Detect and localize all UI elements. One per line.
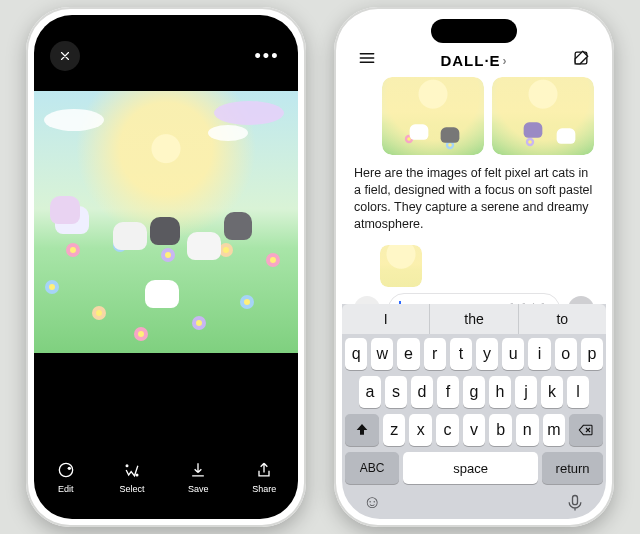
key-g[interactable]: g <box>463 376 485 408</box>
share-label: Share <box>252 484 276 494</box>
key-q[interactable]: q <box>345 338 367 370</box>
save-label: Save <box>188 484 209 494</box>
key-u[interactable]: u <box>502 338 524 370</box>
compose-button[interactable] <box>570 47 592 69</box>
svg-point-2 <box>126 465 128 467</box>
key-s[interactable]: s <box>385 376 407 408</box>
chat-title[interactable]: DALL·E › <box>440 52 507 69</box>
key-r[interactable]: r <box>424 338 446 370</box>
key-f[interactable]: f <box>437 376 459 408</box>
key-o[interactable]: o <box>555 338 577 370</box>
suggestion-1[interactable]: I <box>342 304 430 334</box>
add-attachment-button[interactable]: ＋ <box>354 296 380 305</box>
key-e[interactable]: e <box>397 338 419 370</box>
text-cursor <box>399 301 401 305</box>
notch <box>431 19 517 43</box>
result-thumbnails <box>382 77 594 155</box>
dictation-key[interactable] <box>565 493 585 513</box>
key-m[interactable]: m <box>543 414 566 446</box>
key-c[interactable]: c <box>436 414 459 446</box>
audio-waveform-icon[interactable]: ❙❙∣❙ <box>506 301 549 305</box>
notch <box>123 19 209 43</box>
download-icon <box>188 460 208 480</box>
edit-label: Edit <box>58 484 74 494</box>
input-placeholder: Edit image <box>405 301 466 304</box>
more-button[interactable]: ••• <box>252 41 282 71</box>
select-icon <box>122 460 142 480</box>
key-h[interactable]: h <box>489 376 511 408</box>
svg-point-1 <box>67 467 70 470</box>
key-t[interactable]: t <box>450 338 472 370</box>
menu-button[interactable] <box>356 47 378 69</box>
svg-point-3 <box>136 474 138 476</box>
message-input[interactable]: Edit image ❙❙∣❙ <box>388 293 560 305</box>
send-button[interactable] <box>568 296 594 305</box>
key-j[interactable]: j <box>515 376 537 408</box>
select-label: Select <box>119 484 144 494</box>
result-thumbnail-1[interactable] <box>382 77 484 155</box>
backspace-key[interactable] <box>569 414 603 446</box>
close-button[interactable] <box>50 41 80 71</box>
chevron-right-icon: › <box>503 54 508 68</box>
share-button[interactable]: Share <box>252 460 276 494</box>
suggestion-3[interactable]: to <box>519 304 606 334</box>
share-icon <box>254 460 274 480</box>
abc-key[interactable]: ABC <box>345 452 399 484</box>
chat-title-text: DALL·E <box>440 52 500 69</box>
keyboard-suggestions: I the to <box>342 304 606 334</box>
emoji-key[interactable]: ☺ <box>363 492 381 513</box>
key-p[interactable]: p <box>581 338 603 370</box>
phone-right-chat: DALL·E › <box>334 7 614 527</box>
key-a[interactable]: a <box>359 376 381 408</box>
key-i[interactable]: i <box>528 338 550 370</box>
shift-key[interactable] <box>345 414 379 446</box>
key-n[interactable]: n <box>516 414 539 446</box>
key-z[interactable]: z <box>383 414 406 446</box>
ios-keyboard: I the to qwertyuiop asdfghjkl zxcvbnm <box>342 304 606 519</box>
key-l[interactable]: l <box>567 376 589 408</box>
svg-rect-5 <box>573 495 578 504</box>
select-button[interactable]: Select <box>119 460 144 494</box>
key-v[interactable]: v <box>463 414 486 446</box>
suggestion-2[interactable]: the <box>430 304 518 334</box>
space-key[interactable]: space <box>403 452 538 484</box>
input-bar: ＋ Edit image ❙❙∣❙ <box>354 291 594 305</box>
result-thumbnail-2[interactable] <box>492 77 594 155</box>
key-b[interactable]: b <box>489 414 512 446</box>
key-k[interactable]: k <box>541 376 563 408</box>
keyboard-row-2: asdfghjkl <box>345 376 603 408</box>
save-button[interactable]: Save <box>188 460 209 494</box>
key-d[interactable]: d <box>411 376 433 408</box>
keyboard-row-4: ABC space return <box>345 452 603 484</box>
key-y[interactable]: y <box>476 338 498 370</box>
edit-icon <box>56 460 76 480</box>
key-x[interactable]: x <box>409 414 432 446</box>
return-key[interactable]: return <box>542 452 603 484</box>
more-icon: ••• <box>255 46 280 67</box>
viewer-toolbar: Edit Select Save Share <box>34 445 298 519</box>
svg-point-0 <box>59 463 72 476</box>
assistant-message: Here are the images of felt pixel art ca… <box>354 165 594 233</box>
key-w[interactable]: w <box>371 338 393 370</box>
phone-left-image-viewer: ••• <box>26 7 306 527</box>
keyboard-row-3: zxcvbnm <box>345 414 603 446</box>
edit-button[interactable]: Edit <box>56 460 76 494</box>
input-attachment-thumb[interactable] <box>380 245 422 287</box>
keyboard-row-1: qwertyuiop <box>345 338 603 370</box>
generated-image[interactable] <box>34 91 298 353</box>
